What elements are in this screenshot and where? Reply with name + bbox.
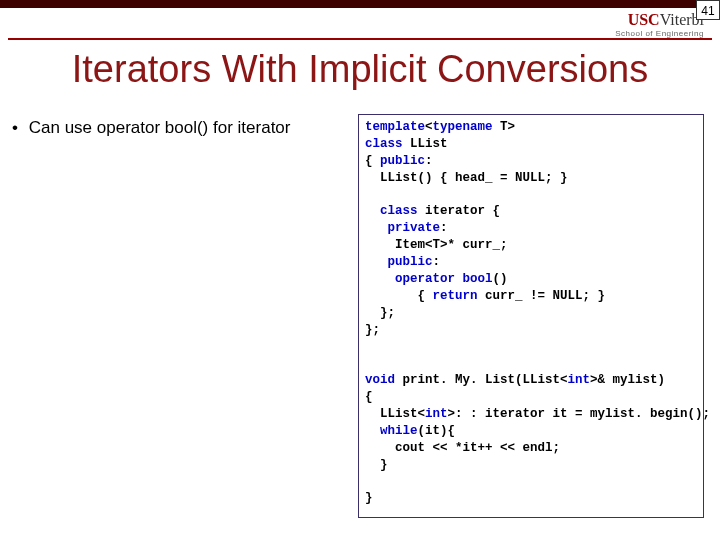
code-kw: template [365, 120, 425, 134]
horizontal-rule [8, 38, 712, 40]
code-text: LList [403, 137, 448, 151]
code-text: iterator { [418, 204, 501, 218]
code-kw: return [433, 289, 478, 303]
code-kw: int [568, 373, 591, 387]
code-text: : [440, 221, 448, 235]
code-text: () [493, 272, 508, 286]
logo-sub: School of Engineering [615, 30, 704, 38]
bullet-dot: • [12, 118, 24, 138]
code-text: T> [493, 120, 516, 134]
code-text: { [365, 390, 373, 404]
code-text: { [365, 289, 433, 303]
code-kw: bool [463, 272, 493, 286]
code-text: : [425, 154, 433, 168]
code-text: < [425, 120, 433, 134]
code-text: LList< [365, 407, 425, 421]
code-kw: operator [365, 272, 455, 286]
top-bar [0, 0, 720, 8]
logo: USCViterbi School of Engineering [615, 12, 704, 38]
bullet-list: • Can use operator bool() for iterator [12, 118, 290, 138]
code-kw: public [380, 154, 425, 168]
code-text: : [433, 255, 441, 269]
code-kw: class [365, 137, 403, 151]
bullet-text: Can use operator bool() for iterator [29, 118, 291, 137]
code-text: LList() { head_ = NULL; } [365, 171, 568, 185]
code-text: curr_ != NULL; } [478, 289, 606, 303]
code-text: { [365, 154, 380, 168]
code-text: >& mylist) [590, 373, 665, 387]
code-kw: class [365, 204, 418, 218]
code-text: } [365, 491, 373, 505]
code-text: (it){ [418, 424, 456, 438]
code-kw: int [425, 407, 448, 421]
code-text: }; [365, 306, 395, 320]
code-text: } [365, 458, 388, 472]
code-kw: typename [433, 120, 493, 134]
code-text: print. My. List(LList< [395, 373, 568, 387]
code-kw: private [365, 221, 440, 235]
code-block: template<typename T> class LList { publi… [358, 114, 704, 518]
slide-title: Iterators With Implicit Conversions [0, 48, 720, 91]
code-text: cout << *it++ << endl; [365, 441, 560, 455]
code-text: >: : iterator it = mylist. begin(); [448, 407, 711, 421]
code-kw: while [365, 424, 418, 438]
code-kw: public [365, 255, 433, 269]
page-number: 41 [696, 0, 720, 20]
code-text: Item<T>* curr_; [365, 238, 508, 252]
code-text: }; [365, 323, 380, 337]
code-kw: void [365, 373, 395, 387]
code-text [455, 272, 463, 286]
logo-usc: USC [628, 11, 660, 28]
